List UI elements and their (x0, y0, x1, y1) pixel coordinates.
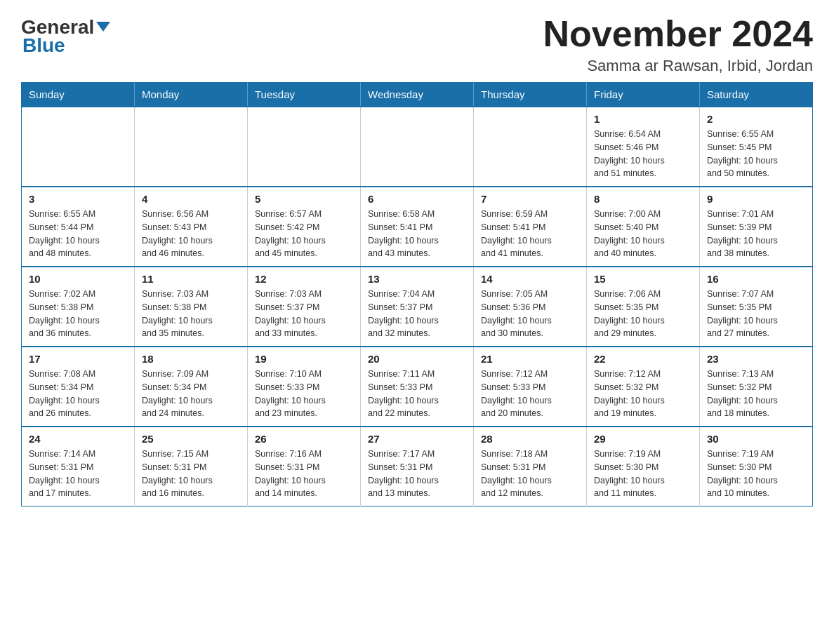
calendar-cell: 21Sunrise: 7:12 AM Sunset: 5:33 PM Dayli… (474, 347, 587, 427)
day-sun-info: Sunrise: 6:59 AM Sunset: 5:41 PM Dayligh… (481, 208, 579, 260)
day-sun-info: Sunrise: 7:11 AM Sunset: 5:33 PM Dayligh… (368, 368, 466, 420)
day-sun-info: Sunrise: 7:00 AM Sunset: 5:40 PM Dayligh… (594, 208, 692, 260)
day-sun-info: Sunrise: 7:01 AM Sunset: 5:39 PM Dayligh… (707, 208, 805, 260)
calendar-cell: 19Sunrise: 7:10 AM Sunset: 5:33 PM Dayli… (248, 347, 361, 427)
calendar-cell: 13Sunrise: 7:04 AM Sunset: 5:37 PM Dayli… (361, 267, 474, 347)
calendar-body: 1Sunrise: 6:54 AM Sunset: 5:46 PM Daylig… (22, 107, 813, 507)
calendar-cell: 1Sunrise: 6:54 AM Sunset: 5:46 PM Daylig… (587, 107, 700, 187)
calendar-cell: 23Sunrise: 7:13 AM Sunset: 5:32 PM Dayli… (700, 347, 813, 427)
week-row-4: 24Sunrise: 7:14 AM Sunset: 5:31 PM Dayli… (22, 427, 813, 507)
calendar-cell: 26Sunrise: 7:16 AM Sunset: 5:31 PM Dayli… (248, 427, 361, 507)
day-number: 14 (481, 273, 579, 285)
day-number: 11 (142, 273, 240, 285)
day-number: 5 (255, 193, 353, 205)
day-number: 23 (707, 353, 805, 365)
week-row-0: 1Sunrise: 6:54 AM Sunset: 5:46 PM Daylig… (22, 107, 813, 187)
day-sun-info: Sunrise: 7:14 AM Sunset: 5:31 PM Dayligh… (29, 448, 127, 500)
calendar-header: SundayMondayTuesdayWednesdayThursdayFrid… (22, 83, 813, 107)
day-number: 2 (707, 113, 805, 125)
calendar-cell: 3Sunrise: 6:55 AM Sunset: 5:44 PM Daylig… (22, 187, 135, 267)
week-row-3: 17Sunrise: 7:08 AM Sunset: 5:34 PM Dayli… (22, 347, 813, 427)
day-sun-info: Sunrise: 6:58 AM Sunset: 5:41 PM Dayligh… (368, 208, 466, 260)
calendar-cell: 4Sunrise: 6:56 AM Sunset: 5:43 PM Daylig… (135, 187, 248, 267)
calendar-cell (474, 107, 587, 187)
title-section: November 2024 Samma ar Rawsan, Irbid, Jo… (543, 14, 813, 75)
day-header-monday: Monday (135, 83, 248, 107)
day-header-row: SundayMondayTuesdayWednesdayThursdayFrid… (22, 83, 813, 107)
calendar-cell: 8Sunrise: 7:00 AM Sunset: 5:40 PM Daylig… (587, 187, 700, 267)
day-number: 15 (594, 273, 692, 285)
day-number: 26 (255, 433, 353, 445)
calendar-cell: 22Sunrise: 7:12 AM Sunset: 5:32 PM Dayli… (587, 347, 700, 427)
day-sun-info: Sunrise: 7:16 AM Sunset: 5:31 PM Dayligh… (255, 448, 353, 500)
day-sun-info: Sunrise: 7:10 AM Sunset: 5:33 PM Dayligh… (255, 368, 353, 420)
calendar-cell: 6Sunrise: 6:58 AM Sunset: 5:41 PM Daylig… (361, 187, 474, 267)
calendar-cell (135, 107, 248, 187)
calendar-cell (361, 107, 474, 187)
day-number: 13 (368, 273, 466, 285)
day-sun-info: Sunrise: 7:17 AM Sunset: 5:31 PM Dayligh… (368, 448, 466, 500)
day-number: 10 (29, 273, 127, 285)
week-row-2: 10Sunrise: 7:02 AM Sunset: 5:38 PM Dayli… (22, 267, 813, 347)
day-number: 27 (368, 433, 466, 445)
page-header: General Blue November 2024 Samma ar Raws… (21, 14, 813, 75)
calendar-cell: 17Sunrise: 7:08 AM Sunset: 5:34 PM Dayli… (22, 347, 135, 427)
day-header-tuesday: Tuesday (248, 83, 361, 107)
calendar-cell: 29Sunrise: 7:19 AM Sunset: 5:30 PM Dayli… (587, 427, 700, 507)
day-number: 8 (594, 193, 692, 205)
day-sun-info: Sunrise: 7:04 AM Sunset: 5:37 PM Dayligh… (368, 288, 466, 340)
calendar-cell: 14Sunrise: 7:05 AM Sunset: 5:36 PM Dayli… (474, 267, 587, 347)
logo: General Blue (21, 18, 110, 55)
day-number: 6 (368, 193, 466, 205)
day-sun-info: Sunrise: 6:55 AM Sunset: 5:45 PM Dayligh… (707, 128, 805, 180)
calendar-cell: 18Sunrise: 7:09 AM Sunset: 5:34 PM Dayli… (135, 347, 248, 427)
day-header-wednesday: Wednesday (361, 83, 474, 107)
day-sun-info: Sunrise: 7:03 AM Sunset: 5:38 PM Dayligh… (142, 288, 240, 340)
day-sun-info: Sunrise: 6:57 AM Sunset: 5:42 PM Dayligh… (255, 208, 353, 260)
day-number: 20 (368, 353, 466, 365)
day-number: 17 (29, 353, 127, 365)
calendar-cell: 24Sunrise: 7:14 AM Sunset: 5:31 PM Dayli… (22, 427, 135, 507)
day-header-sunday: Sunday (22, 83, 135, 107)
day-sun-info: Sunrise: 6:56 AM Sunset: 5:43 PM Dayligh… (142, 208, 240, 260)
calendar-cell: 2Sunrise: 6:55 AM Sunset: 5:45 PM Daylig… (700, 107, 813, 187)
day-header-thursday: Thursday (474, 83, 587, 107)
day-header-friday: Friday (587, 83, 700, 107)
calendar-cell: 11Sunrise: 7:03 AM Sunset: 5:38 PM Dayli… (135, 267, 248, 347)
day-number: 30 (707, 433, 805, 445)
day-sun-info: Sunrise: 7:12 AM Sunset: 5:32 PM Dayligh… (594, 368, 692, 420)
day-sun-info: Sunrise: 7:09 AM Sunset: 5:34 PM Dayligh… (142, 368, 240, 420)
calendar-cell: 10Sunrise: 7:02 AM Sunset: 5:38 PM Dayli… (22, 267, 135, 347)
calendar-cell: 7Sunrise: 6:59 AM Sunset: 5:41 PM Daylig… (474, 187, 587, 267)
day-number: 18 (142, 353, 240, 365)
calendar-cell: 15Sunrise: 7:06 AM Sunset: 5:35 PM Dayli… (587, 267, 700, 347)
day-sun-info: Sunrise: 7:18 AM Sunset: 5:31 PM Dayligh… (481, 448, 579, 500)
calendar-table: SundayMondayTuesdayWednesdayThursdayFrid… (21, 82, 813, 507)
day-sun-info: Sunrise: 6:54 AM Sunset: 5:46 PM Dayligh… (594, 128, 692, 180)
day-number: 9 (707, 193, 805, 205)
day-number: 25 (142, 433, 240, 445)
day-sun-info: Sunrise: 7:19 AM Sunset: 5:30 PM Dayligh… (594, 448, 692, 500)
day-header-saturday: Saturday (700, 83, 813, 107)
day-number: 22 (594, 353, 692, 365)
day-sun-info: Sunrise: 7:06 AM Sunset: 5:35 PM Dayligh… (594, 288, 692, 340)
day-sun-info: Sunrise: 7:07 AM Sunset: 5:35 PM Dayligh… (707, 288, 805, 340)
day-number: 28 (481, 433, 579, 445)
month-year-title: November 2024 (543, 14, 813, 54)
day-number: 24 (29, 433, 127, 445)
calendar-cell (248, 107, 361, 187)
day-number: 16 (707, 273, 805, 285)
day-sun-info: Sunrise: 7:12 AM Sunset: 5:33 PM Dayligh… (481, 368, 579, 420)
day-number: 19 (255, 353, 353, 365)
logo-blue-text: Blue (21, 36, 65, 55)
location-subtitle: Samma ar Rawsan, Irbid, Jordan (543, 57, 813, 75)
day-sun-info: Sunrise: 6:55 AM Sunset: 5:44 PM Dayligh… (29, 208, 127, 260)
day-sun-info: Sunrise: 7:05 AM Sunset: 5:36 PM Dayligh… (481, 288, 579, 340)
day-sun-info: Sunrise: 7:02 AM Sunset: 5:38 PM Dayligh… (29, 288, 127, 340)
calendar-cell: 12Sunrise: 7:03 AM Sunset: 5:37 PM Dayli… (248, 267, 361, 347)
day-sun-info: Sunrise: 7:15 AM Sunset: 5:31 PM Dayligh… (142, 448, 240, 500)
day-number: 1 (594, 113, 692, 125)
calendar-cell: 25Sunrise: 7:15 AM Sunset: 5:31 PM Dayli… (135, 427, 248, 507)
calendar-cell: 28Sunrise: 7:18 AM Sunset: 5:31 PM Dayli… (474, 427, 587, 507)
calendar-cell: 9Sunrise: 7:01 AM Sunset: 5:39 PM Daylig… (700, 187, 813, 267)
